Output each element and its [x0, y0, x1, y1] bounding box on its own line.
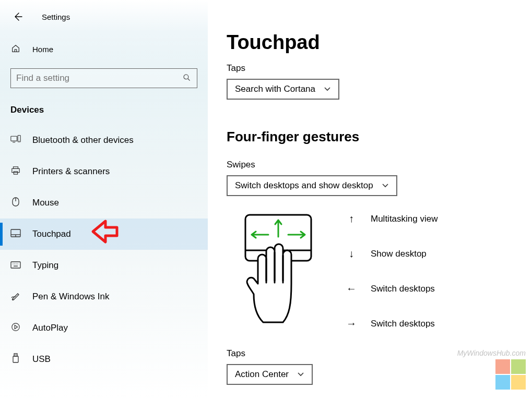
chevron-down-icon	[382, 180, 389, 191]
sidebar-item-typing[interactable]: Typing	[0, 250, 208, 281]
autoplay-icon	[10, 322, 21, 334]
gesture-diagram-block: ↑ Multitasking view ↓ Show desktop ← Swi…	[227, 211, 513, 336]
section-title: Four-finger gestures	[227, 129, 513, 145]
sidebar-item-label: USB	[32, 354, 51, 365]
svg-rect-8	[14, 171, 17, 174]
arrow-down-icon: ↓	[345, 248, 358, 260]
swipes-dropdown[interactable]: Switch desktops and show desktop	[227, 175, 397, 196]
app-title: Settings	[42, 13, 70, 21]
sidebar-item-usb[interactable]: USB	[0, 344, 208, 375]
arrow-left-icon: ←	[345, 283, 358, 295]
svg-rect-14	[11, 262, 20, 268]
svg-rect-2	[11, 136, 17, 141]
sidebar-item-bluetooth[interactable]: Bluetooth & other devices	[0, 125, 208, 156]
sidebar-item-label: Printers & scanners	[32, 166, 110, 177]
search-icon	[182, 74, 192, 83]
taps2-dropdown[interactable]: Action Center	[227, 364, 313, 385]
search-box[interactable]	[10, 68, 197, 88]
chevron-down-icon	[297, 369, 304, 380]
svg-line-1	[188, 78, 190, 80]
svg-point-0	[184, 75, 188, 79]
svg-point-20	[12, 323, 19, 330]
svg-point-16	[14, 263, 15, 264]
taps-dropdown[interactable]: Search with Cortana	[227, 79, 339, 100]
back-arrow-icon	[13, 11, 23, 22]
swipes-label: Swipes	[227, 160, 513, 170]
dropdown-value: Action Center	[235, 369, 289, 380]
sidebar-item-printers[interactable]: Printers & scanners	[0, 156, 208, 187]
category-header: Devices	[0, 101, 208, 125]
taps2-label: Taps	[227, 348, 513, 359]
sidebar-item-label: Typing	[32, 260, 58, 271]
legend-label: Multitasking view	[371, 214, 438, 224]
svg-rect-19	[14, 265, 18, 266]
svg-rect-7	[12, 168, 19, 172]
legend-label: Switch desktops	[371, 319, 435, 329]
legend-label: Switch desktops	[371, 284, 435, 294]
legend-label: Show desktop	[371, 249, 427, 259]
svg-point-15	[13, 263, 13, 264]
legend-up: ↑ Multitasking view	[345, 213, 438, 225]
main-content: Touchpad Taps Search with Cortana Four-f…	[208, 0, 532, 400]
svg-rect-21	[14, 354, 17, 356]
home-link[interactable]: Home	[0, 37, 208, 62]
sidebar: Settings Home Devices Bluetooth & other …	[0, 0, 208, 400]
sidebar-item-pen[interactable]: Pen & Windows Ink	[0, 281, 208, 312]
svg-rect-22	[13, 356, 18, 362]
touchpad-icon	[10, 229, 21, 240]
legend-down: ↓ Show desktop	[345, 248, 438, 260]
legend-left: ← Switch desktops	[345, 283, 438, 295]
usb-icon	[10, 353, 21, 366]
gesture-legend: ↑ Multitasking view ↓ Show desktop ← Swi…	[345, 211, 438, 330]
legend-right: → Switch desktops	[345, 318, 438, 330]
back-button[interactable]	[8, 7, 27, 26]
keyboard-icon	[10, 260, 21, 271]
sidebar-item-autoplay[interactable]: AutoPlay	[0, 312, 208, 344]
sidebar-item-label: AutoPlay	[32, 323, 68, 333]
sidebar-item-label: Mouse	[32, 198, 59, 208]
sidebar-item-label: Bluetooth & other devices	[32, 135, 134, 146]
home-label: Home	[32, 45, 53, 54]
taps-label: Taps	[227, 63, 513, 74]
four-finger-gesture-illustration	[227, 211, 315, 336]
svg-point-18	[17, 263, 18, 264]
page-title: Touchpad	[227, 31, 513, 54]
arrow-right-icon: →	[345, 318, 358, 330]
printer-icon	[10, 166, 21, 178]
sidebar-item-label: Pen & Windows Ink	[32, 292, 109, 302]
sidebar-item-mouse[interactable]: Mouse	[0, 187, 208, 219]
sidebar-item-touchpad[interactable]: Touchpad	[0, 219, 208, 250]
dropdown-value: Search with Cortana	[235, 84, 315, 94]
arrow-up-icon: ↑	[345, 213, 358, 225]
devices-icon	[10, 135, 21, 147]
dropdown-value: Switch desktops and show desktop	[235, 180, 373, 191]
sidebar-item-label: Touchpad	[32, 229, 71, 239]
mouse-icon	[10, 197, 21, 210]
svg-point-4	[19, 140, 19, 141]
pen-icon	[10, 290, 21, 304]
svg-point-17	[16, 263, 16, 264]
search-input[interactable]	[16, 73, 182, 83]
header-row: Settings	[0, 5, 208, 37]
home-icon	[10, 44, 21, 55]
chevron-down-icon	[324, 84, 331, 94]
